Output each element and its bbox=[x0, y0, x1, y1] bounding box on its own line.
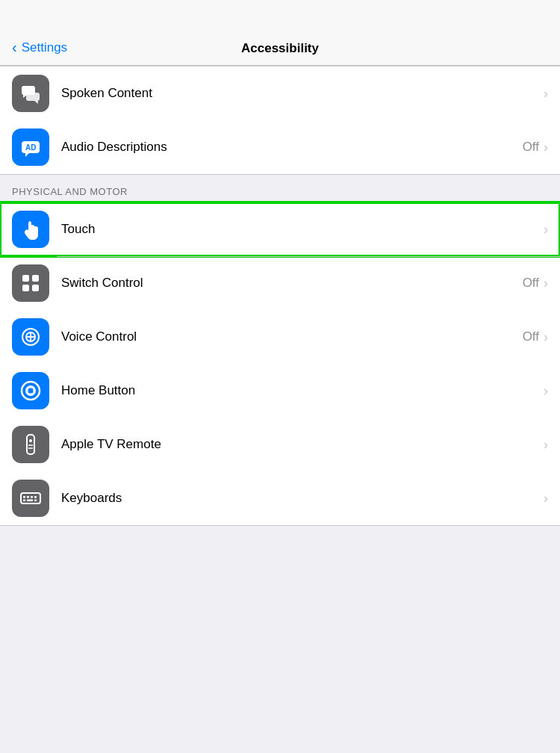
spoken-content-icon bbox=[12, 75, 49, 112]
switch-control-label: Switch Control bbox=[61, 276, 523, 291]
home-button-label: Home Button bbox=[61, 383, 544, 398]
svg-rect-17 bbox=[28, 388, 34, 394]
page-title: Accessibility bbox=[241, 41, 319, 56]
physical-motor-section: Touch › Switch Control Off › bbox=[0, 202, 560, 526]
touch-svg bbox=[19, 218, 42, 241]
keyboards-item[interactable]: Keyboards › bbox=[0, 471, 560, 525]
spoken-content-svg bbox=[19, 82, 42, 105]
keyboards-icon bbox=[12, 480, 49, 517]
touch-label: Touch bbox=[61, 222, 544, 237]
svg-point-19 bbox=[29, 439, 32, 442]
audio-descriptions-label: Audio Descriptions bbox=[61, 140, 523, 155]
back-button[interactable]: ‹ Settings bbox=[12, 39, 67, 56]
svg-rect-23 bbox=[23, 496, 25, 498]
touch-icon bbox=[12, 211, 49, 248]
voice-control-svg bbox=[19, 326, 42, 348]
svg-rect-29 bbox=[34, 500, 37, 502]
svg-rect-28 bbox=[27, 500, 33, 502]
vision-section: Spoken Content › AD Audio Descriptions O… bbox=[0, 66, 560, 175]
physical-motor-label: PHYSICAL AND MOTOR bbox=[12, 186, 128, 197]
svg-marker-5 bbox=[25, 153, 29, 157]
audio-descriptions-svg: AD bbox=[19, 136, 42, 158]
back-label: Settings bbox=[22, 40, 67, 55]
svg-point-15 bbox=[22, 382, 40, 400]
svg-text:AD: AD bbox=[25, 143, 36, 152]
apple-tv-remote-icon bbox=[12, 426, 49, 463]
apple-tv-remote-chevron-icon: › bbox=[544, 437, 548, 453]
home-button-svg bbox=[19, 379, 42, 402]
svg-rect-24 bbox=[27, 496, 29, 498]
svg-rect-26 bbox=[34, 496, 37, 498]
voice-control-item[interactable]: Voice Control Off › bbox=[0, 310, 560, 364]
svg-rect-10 bbox=[32, 285, 39, 291]
apple-tv-remote-item[interactable]: Apple TV Remote › bbox=[0, 418, 560, 471]
apple-tv-remote-svg bbox=[19, 433, 42, 456]
voice-control-label: Voice Control bbox=[61, 329, 523, 344]
keyboards-chevron-icon: › bbox=[544, 491, 548, 506]
svg-rect-25 bbox=[31, 496, 33, 498]
spoken-content-item[interactable]: Spoken Content › bbox=[0, 66, 560, 120]
voice-control-icon bbox=[12, 318, 49, 356]
svg-rect-8 bbox=[32, 275, 39, 282]
audio-descriptions-icon: AD bbox=[12, 128, 49, 166]
audio-descriptions-item[interactable]: AD Audio Descriptions Off › bbox=[0, 120, 560, 174]
switch-control-status: Off bbox=[523, 276, 539, 291]
touch-item[interactable]: Touch › bbox=[0, 202, 560, 256]
svg-rect-18 bbox=[27, 435, 34, 454]
spoken-content-label: Spoken Content bbox=[61, 86, 544, 101]
home-button-chevron-icon: › bbox=[544, 383, 548, 399]
svg-rect-9 bbox=[22, 285, 29, 291]
home-button-icon bbox=[12, 372, 49, 409]
switch-control-item[interactable]: Switch Control Off › bbox=[0, 256, 560, 310]
apple-tv-remote-label: Apple TV Remote bbox=[61, 437, 544, 452]
audio-descriptions-chevron-icon: › bbox=[544, 140, 548, 155]
svg-rect-2 bbox=[26, 93, 40, 101]
switch-control-chevron-icon: › bbox=[544, 276, 548, 291]
svg-rect-7 bbox=[22, 275, 29, 282]
back-chevron-icon: ‹ bbox=[12, 39, 17, 56]
nav-bar: ‹ Settings Accessibility bbox=[0, 0, 560, 66]
physical-motor-header: PHYSICAL AND MOTOR bbox=[0, 175, 560, 202]
switch-control-svg bbox=[19, 272, 42, 294]
voice-control-chevron-icon: › bbox=[544, 329, 548, 345]
voice-control-status: Off bbox=[523, 329, 539, 344]
audio-descriptions-status: Off bbox=[523, 140, 539, 155]
touch-chevron-icon: › bbox=[544, 222, 548, 238]
svg-rect-27 bbox=[23, 500, 25, 502]
spoken-content-chevron-icon: › bbox=[544, 86, 548, 102]
switch-control-icon bbox=[12, 264, 49, 302]
svg-marker-3 bbox=[34, 101, 38, 104]
svg-rect-22 bbox=[21, 493, 40, 503]
keyboards-svg bbox=[19, 487, 42, 509]
home-button-item[interactable]: Home Button › bbox=[0, 364, 560, 418]
keyboards-label: Keyboards bbox=[61, 491, 544, 506]
